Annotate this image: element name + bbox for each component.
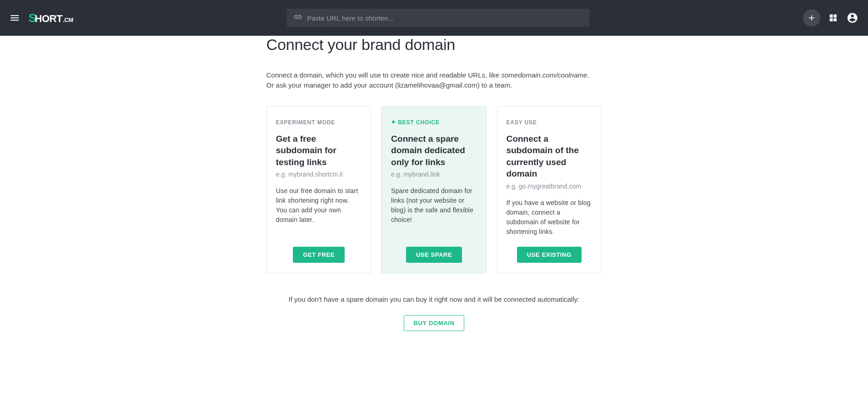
logo-text: HORT [35,13,62,25]
card-desc: Use our free domain to start link shorte… [276,186,362,237]
intro-part1: Connect a domain, which you will use to … [266,71,501,79]
use-existing-button[interactable]: USE EXISTING [517,247,582,263]
search-input[interactable] [307,14,583,22]
page-container: Connect your brand domain Connect a doma… [0,36,868,331]
card-title: Get a free subdomain for testing links [276,133,362,168]
apps-icon[interactable] [827,11,840,24]
hamburger-menu-icon[interactable] [9,12,20,23]
card-experiment: EXPERIMENT MODE Get a free subdomain for… [266,106,371,274]
header-actions [803,9,859,27]
app-header: S HORT .CM [0,0,868,36]
card-desc: If you have a website or blog domain, co… [506,198,592,237]
logo-suffix: .CM [63,17,73,23]
intro-line2: Or ask your manager to add your account … [266,81,512,89]
card-label: EASY USE [506,119,592,126]
card-desc: Spare dedicated domain for links (not yo… [391,186,477,237]
buy-domain-button[interactable]: BUY DOMAIN [404,315,464,331]
card-label-text: BEST CHOICE [398,119,439,126]
logo[interactable]: S HORT .CM [28,11,73,25]
card-title: Connect a spare domain dedicated only fo… [391,133,477,168]
card-easy-use: EASY USE Connect a subdomain of the curr… [497,106,602,274]
intro-text: Connect a domain, which you will use to … [266,70,602,90]
search-wrap [73,9,803,27]
content: Connect your brand domain Connect a doma… [266,36,602,331]
use-spare-button[interactable]: USE SPARE [406,247,462,263]
search-box[interactable] [287,9,589,27]
page-title: Connect your brand domain [266,36,602,54]
card-title: Connect a subdomain of the currently use… [506,133,592,180]
intro-part2: . [587,71,589,79]
account-icon[interactable] [846,11,859,24]
card-best-choice: BEST CHOICE Connect a spare domain dedic… [381,106,486,274]
card-label: EXPERIMENT MODE [276,119,362,126]
buy-section: If you don't have a spare domain you can… [266,295,602,331]
card-example: e.g. go.mygreatbrand.com [506,183,592,190]
card-label: BEST CHOICE [391,119,477,126]
buy-domain-text: If you don't have a spare domain you can… [266,295,602,303]
add-button[interactable] [803,9,820,27]
card-example: e.g. mybrand.link [391,171,477,178]
intro-example: somedomain.com/coolname [501,71,588,79]
get-free-button[interactable]: GET FREE [293,247,345,263]
star-icon [391,119,396,126]
card-example: e.g. mybrand.shortcm.li [276,171,362,178]
link-icon [293,12,302,23]
plan-cards: EXPERIMENT MODE Get a free subdomain for… [266,106,602,274]
